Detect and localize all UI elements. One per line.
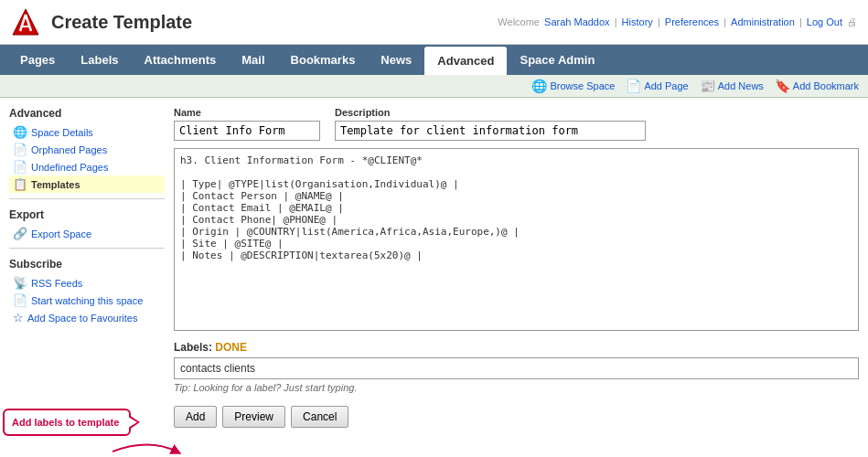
desc-label: Description: [335, 107, 646, 118]
rss-icon: 📡: [13, 276, 27, 290]
header: Create Template Welcome Sarah Maddox | H…: [0, 0, 868, 45]
header-right: Welcome Sarah Maddox | History | Prefere…: [496, 16, 859, 27]
globe-icon: 🌐: [13, 125, 27, 139]
sidebar-item-add-favourites[interactable]: ☆ Add Space to Favourites: [9, 309, 165, 326]
sidebar-label-rss: RSS Feeds: [31, 278, 82, 289]
callout-box: Add labels to template: [3, 409, 131, 436]
cancel-button[interactable]: Cancel: [291, 406, 348, 428]
tab-labels[interactable]: Labels: [68, 45, 131, 75]
labels-done-badge: DONE: [215, 341, 247, 354]
sidebar-section-advanced: Advanced: [9, 107, 165, 120]
name-desc-row: Name Description: [174, 107, 859, 141]
form-buttons: Add Preview Cancel: [174, 406, 859, 428]
administration-link[interactable]: Administration: [731, 16, 795, 27]
callout-bubble: Add labels to template: [3, 409, 131, 451]
add-bookmark-icon: 🔖: [775, 79, 790, 93]
labels-section: Labels: DONE Tip: Looking for a label? J…: [174, 341, 859, 393]
sidebar-item-rss[interactable]: 📡 RSS Feeds: [9, 274, 165, 292]
sidebar-label-orphaned-pages: Orphaned Pages: [31, 144, 107, 155]
globe-icon: 🌐: [531, 79, 547, 93]
add-page-label: Add Page: [644, 80, 688, 91]
content-area: Name Description Labels: DONE Tip: Looki…: [174, 107, 859, 454]
desc-group: Description: [335, 107, 646, 141]
sidebar-item-watch-space[interactable]: 📄 Start watching this space: [9, 292, 165, 309]
doc-icon-2: 📄: [13, 160, 27, 174]
labels-title: Labels: DONE: [174, 341, 859, 354]
add-button[interactable]: Add: [174, 406, 217, 428]
sidebar-section-subscribe: Subscribe: [9, 258, 165, 271]
sidebar-divider-1: [9, 198, 165, 199]
add-page-link[interactable]: 📄 Add Page: [626, 79, 688, 93]
sidebar-section-export: Export: [9, 208, 165, 221]
nav-tabs: Pages Labels Attachments Mail Bookmarks …: [0, 45, 868, 75]
name-label: Name: [174, 107, 320, 118]
preferences-link[interactable]: Preferences: [665, 16, 719, 27]
add-page-icon: 📄: [626, 79, 641, 93]
name-input[interactable]: [174, 121, 320, 141]
labels-title-text: Labels:: [174, 341, 212, 354]
sidebar-label-templates: Templates: [31, 179, 80, 190]
tab-bookmarks[interactable]: Bookmarks: [278, 45, 369, 75]
history-link[interactable]: History: [622, 16, 653, 27]
add-news-link[interactable]: 📰 Add News: [700, 79, 764, 93]
header-left: Create Template: [9, 5, 192, 38]
labels-input[interactable]: [174, 357, 859, 379]
tab-space-admin[interactable]: Space Admin: [507, 45, 607, 75]
sidebar-label-space-details: Space Details: [31, 127, 93, 138]
callout-line: [113, 438, 186, 457]
callout-text: Add labels to template: [12, 417, 119, 428]
browse-space-label: Browse Space: [550, 80, 615, 91]
sidebar-label-favourites: Add Space to Favourites: [27, 313, 137, 324]
sidebar-label-undefined-pages: Undefined Pages: [31, 162, 108, 173]
sub-nav-bar: 🌐 Browse Space 📄 Add Page 📰 Add News 🔖 A…: [0, 75, 868, 98]
template-icon: 📋: [13, 177, 27, 191]
main-content: Advanced 🌐 Space Details 📄 Orphaned Page…: [0, 98, 868, 457]
page-title: Create Template: [51, 12, 192, 33]
sidebar-label-watch-space: Start watching this space: [31, 295, 143, 306]
tab-news[interactable]: News: [368, 45, 424, 75]
tab-advanced[interactable]: Advanced: [424, 47, 507, 75]
tab-mail[interactable]: Mail: [229, 45, 277, 75]
sidebar-item-undefined-pages[interactable]: 📄 Undefined Pages: [9, 158, 165, 175]
welcome-text: Welcome: [498, 16, 540, 27]
doc-icon: 📄: [13, 143, 27, 156]
add-news-label: Add News: [718, 80, 764, 91]
tab-pages[interactable]: Pages: [7, 45, 68, 75]
sidebar-item-export-space[interactable]: 🔗 Export Space: [9, 225, 165, 242]
callout-arrow-inner: [128, 417, 137, 428]
add-bookmark-link[interactable]: 🔖 Add Bookmark: [775, 79, 859, 93]
user-link[interactable]: Sarah Maddox: [544, 16, 610, 27]
logo-icon: [9, 5, 42, 38]
template-body-editor[interactable]: [174, 148, 859, 331]
export-icon: 🔗: [13, 227, 27, 240]
tab-attachments[interactable]: Attachments: [132, 45, 230, 75]
browse-space-link[interactable]: 🌐 Browse Space: [531, 79, 615, 93]
print-icon[interactable]: 🖨: [847, 16, 857, 27]
add-news-icon: 📰: [700, 79, 715, 93]
sidebar-item-space-details[interactable]: 🌐 Space Details: [9, 123, 165, 141]
watch-icon: 📄: [13, 293, 27, 307]
add-bookmark-label: Add Bookmark: [793, 80, 859, 91]
sidebar-label-export-space: Export Space: [31, 228, 91, 239]
labels-tip: Tip: Looking for a label? Just start typ…: [174, 382, 859, 393]
logout-link[interactable]: Log Out: [807, 16, 842, 27]
sidebar-item-orphaned-pages[interactable]: 📄 Orphaned Pages: [9, 141, 165, 158]
preview-button[interactable]: Preview: [222, 406, 285, 428]
star-icon: ☆: [13, 311, 24, 324]
name-group: Name: [174, 107, 320, 141]
sidebar-divider-2: [9, 248, 165, 249]
sidebar-item-templates[interactable]: 📋 Templates: [9, 175, 165, 193]
desc-input[interactable]: [335, 121, 646, 141]
sidebar: Advanced 🌐 Space Details 📄 Orphaned Page…: [9, 107, 165, 454]
